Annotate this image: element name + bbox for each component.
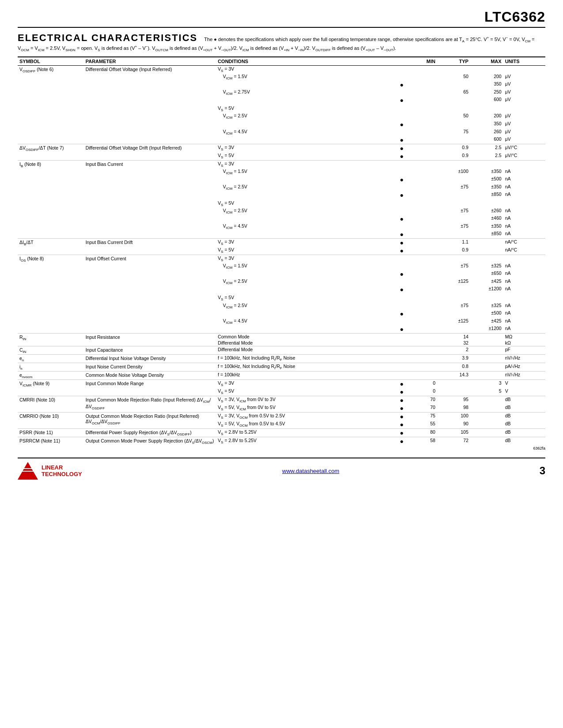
section-intro: ELECTRICAL CHARACTERISTICS The ● denotes… xyxy=(18,32,545,53)
conditions-header: CONDITIONS xyxy=(216,57,396,66)
header-bar: LTC6362 xyxy=(18,9,545,28)
logo-area: LINEAR TECHNOLOGY xyxy=(18,462,82,480)
chip-title: LTC6362 xyxy=(484,9,545,25)
website-link[interactable]: www.datasheetall.com xyxy=(282,468,339,474)
units-header: UNITS xyxy=(503,57,545,66)
footer-bar: LINEAR TECHNOLOGY www.datasheetall.com 3 xyxy=(18,458,545,480)
specs-table: SYMBOL PARAMETER CONDITIONS MIN TYP MAX … xyxy=(18,56,545,445)
page-number: 3 xyxy=(540,465,545,477)
parameter-header: PARAMETER xyxy=(84,57,216,66)
min-header: MIN xyxy=(407,57,437,66)
section-title: ELECTRICAL CHARACTERISTICS xyxy=(18,32,197,43)
typ-header: TYP xyxy=(437,57,470,66)
logo-text: LINEAR TECHNOLOGY xyxy=(42,464,82,478)
rev-code: 6362fa xyxy=(18,446,545,450)
symbol-header: SYMBOL xyxy=(18,57,84,66)
max-header: MAX xyxy=(470,57,503,66)
dot-col-header xyxy=(396,57,407,66)
